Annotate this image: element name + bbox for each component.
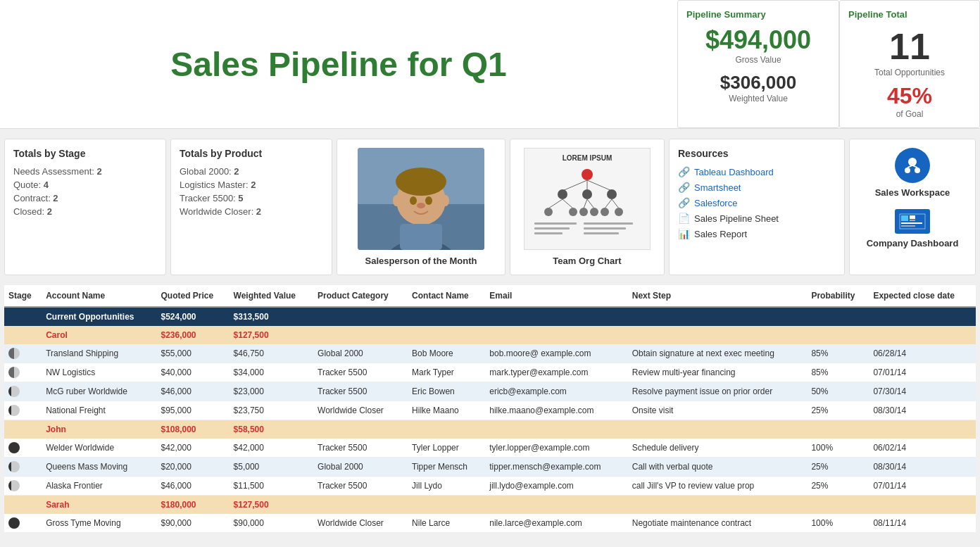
svg-rect-5 bbox=[400, 224, 442, 250]
sales-report-text: Sales Report bbox=[694, 229, 747, 239]
svg-point-38 bbox=[915, 168, 920, 173]
stage-icon-cell bbox=[4, 344, 42, 363]
pipeline-total-label: Pipeline Total bbox=[848, 9, 971, 20]
table-header-row: Stage Account Name Quoted Price Weighted… bbox=[4, 285, 976, 307]
table-row: Welder Worldwide $42,000 $42,000 Tracker… bbox=[4, 439, 976, 458]
col-stage: Stage bbox=[4, 285, 42, 307]
tableau-dashboard-link[interactable]: 🔗 Tableau Dashboard bbox=[678, 166, 836, 177]
stage-icon-cell bbox=[4, 401, 42, 420]
svg-rect-44 bbox=[910, 220, 915, 221]
svg-line-22 bbox=[605, 199, 612, 208]
table-row: Queens Mass Moving $20,000 $5,000 Global… bbox=[4, 458, 976, 477]
right-panel: Sales Workspace Company Dashboard bbox=[849, 139, 976, 275]
sarah-quoted: $180,000 bbox=[156, 496, 229, 515]
weighted-label: Weighted Value bbox=[686, 94, 830, 103]
sarah-row: Sarah $180,000 $127,500 bbox=[4, 496, 976, 515]
org-chart-image: LOREM IPSUM bbox=[524, 148, 651, 250]
svg-rect-34 bbox=[584, 227, 626, 230]
gross-value: $494,000 bbox=[686, 25, 830, 55]
totals-by-stage: Totals by Stage Needs Assessment: 2 Quot… bbox=[4, 139, 166, 275]
goal-pct: 45% bbox=[848, 83, 971, 109]
svg-point-17 bbox=[607, 189, 617, 199]
svg-rect-45 bbox=[901, 222, 922, 224]
page-title: Sales Pipeline for Q1 bbox=[170, 45, 507, 84]
stage-icon-cell bbox=[4, 439, 42, 458]
svg-point-9 bbox=[393, 195, 400, 206]
sales-report: 📊 Sales Report bbox=[678, 228, 836, 239]
stage-icon bbox=[8, 442, 20, 453]
product-item-2: Logistics Master: 2 bbox=[180, 180, 323, 190]
carol-row: Carol $236,000 $127,500 bbox=[4, 326, 976, 344]
svg-rect-42 bbox=[901, 215, 908, 221]
stage-icon bbox=[8, 461, 20, 472]
smartsheet-link[interactable]: 🔗 Smartsheet bbox=[678, 182, 836, 193]
svg-rect-35 bbox=[584, 232, 619, 234]
company-dashboard-icon[interactable] bbox=[895, 209, 930, 234]
current-opps-row: Current Opportunities $524,000 $313,500 bbox=[4, 307, 976, 326]
salesforce-link[interactable]: 🔗 Salesforce bbox=[678, 197, 836, 208]
product-item-3: Tracker 5500: 5 bbox=[180, 193, 323, 203]
current-opps-weighted: $313,500 bbox=[230, 307, 313, 326]
svg-line-21 bbox=[587, 199, 594, 208]
john-name: John bbox=[42, 420, 156, 439]
svg-point-15 bbox=[558, 189, 567, 199]
salesperson-svg bbox=[358, 148, 484, 250]
table-row: National Freight $95,000 $23,750 Worldwi… bbox=[4, 401, 976, 420]
org-title-text: LOREM IPSUM bbox=[563, 154, 612, 162]
svg-point-27 bbox=[590, 208, 598, 216]
svg-point-16 bbox=[582, 189, 592, 199]
col-contact: Contact Name bbox=[408, 285, 485, 307]
report-icon: 📊 bbox=[678, 228, 690, 239]
pipeline-total: Pipeline Total 11 Total Opportunities 45… bbox=[839, 0, 980, 128]
svg-line-14 bbox=[587, 180, 612, 191]
totals-by-product: Totals by Product Global 2000: 2 Logisti… bbox=[170, 139, 332, 275]
pipeline-summary: Pipeline Summary $494,000 Gross Value $3… bbox=[677, 0, 839, 128]
table-row: Gross Tyme Moving $90,000 $90,000 Worldw… bbox=[4, 514, 976, 533]
svg-rect-46 bbox=[901, 225, 915, 227]
goal-label: of Goal bbox=[848, 109, 971, 119]
svg-point-7 bbox=[425, 196, 432, 205]
svg-rect-31 bbox=[534, 227, 570, 230]
total-number: 11 bbox=[848, 25, 971, 68]
resources-card: Resources 🔗 Tableau Dashboard 🔗 Smartshe… bbox=[669, 139, 845, 275]
org-chart-card: LOREM IPSUM bbox=[510, 139, 665, 275]
svg-point-4 bbox=[396, 168, 446, 196]
table-row: NW Logistics $40,000 $34,000 Tracker 550… bbox=[4, 363, 976, 382]
org-chart-label: Team Org Chart bbox=[553, 256, 621, 266]
link-icon-2: 🔗 bbox=[678, 182, 690, 193]
salesforce-link-text: Salesforce bbox=[694, 198, 737, 208]
carol-weighted: $127,500 bbox=[230, 326, 313, 344]
company-dash-label: Company Dashboard bbox=[867, 238, 959, 249]
stage-icon bbox=[8, 480, 20, 491]
svg-point-36 bbox=[908, 158, 917, 166]
svg-point-28 bbox=[601, 208, 609, 216]
table-row: McG ruber Worldwide $46,000 $23,000 Trac… bbox=[4, 382, 976, 401]
total-opps-label: Total Opportunities bbox=[848, 68, 971, 77]
current-opps-label: Current Opportunities bbox=[42, 307, 156, 326]
table-section: Stage Account Name Quoted Price Weighted… bbox=[4, 285, 976, 533]
stage-item-2: Quote: 4 bbox=[13, 180, 157, 190]
salesperson-photo bbox=[358, 148, 484, 250]
svg-point-25 bbox=[569, 208, 577, 216]
pipeline-summary-label: Pipeline Summary bbox=[686, 9, 830, 20]
current-opps-quoted: $524,000 bbox=[156, 307, 229, 326]
sales-pipeline-sheet: 📄 Sales Pipeline Sheet bbox=[678, 213, 836, 224]
current-opps-stage bbox=[4, 307, 42, 326]
svg-rect-33 bbox=[584, 222, 633, 225]
svg-point-11 bbox=[582, 169, 593, 180]
workspace-icon[interactable] bbox=[895, 148, 930, 183]
pipeline-sheet-text: Sales Pipeline Sheet bbox=[694, 213, 779, 224]
stage-item-1: Needs Assessment: 2 bbox=[13, 166, 157, 177]
svg-point-10 bbox=[442, 195, 449, 206]
svg-point-6 bbox=[410, 196, 417, 205]
main-wrapper: Sales Pipeline for Q1 Pipeline Summary $… bbox=[0, 0, 980, 533]
stage-item-3: Contract: 2 bbox=[13, 193, 157, 203]
middle-section: Totals by Stage Needs Assessment: 2 Quot… bbox=[0, 134, 980, 279]
svg-rect-32 bbox=[534, 232, 563, 234]
gross-label: Gross Value bbox=[686, 55, 830, 65]
stage-icon-cell bbox=[4, 382, 42, 401]
carol-name: Carol bbox=[42, 326, 156, 344]
svg-point-24 bbox=[544, 208, 553, 216]
table-row: Alaska Frontier $46,000 $11,500 Tracker … bbox=[4, 477, 976, 496]
stage-icon bbox=[8, 517, 20, 529]
